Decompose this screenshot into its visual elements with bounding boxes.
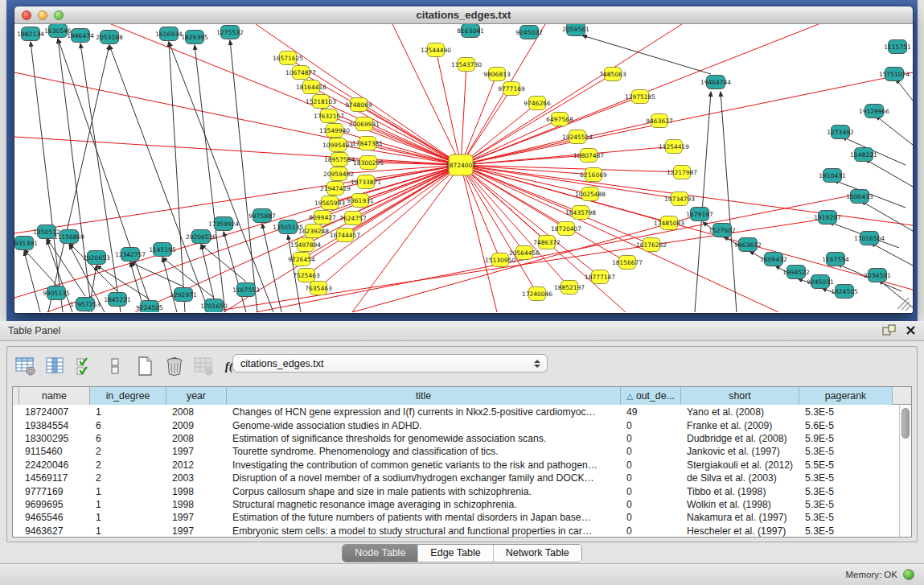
cell-year[interactable]: 2003 (166, 472, 227, 484)
paper-node-cited[interactable]: 9463627 (646, 114, 673, 128)
network-window-titlebar[interactable]: citations_edges.txt (14, 6, 913, 24)
cell-pagerank[interactable]: 5.9E-5 (799, 433, 893, 444)
paper-node-cited[interactable]: 18164416 (296, 80, 326, 94)
cell-out_de...[interactable]: 0 (621, 459, 681, 471)
cell-pagerank[interactable]: 5.3E-5 (799, 525, 893, 537)
paper-node[interactable]: 2020653 (83, 251, 110, 265)
cell-in_degree[interactable]: 6 (90, 420, 166, 431)
column-header-year[interactable]: year (166, 387, 227, 405)
paper-node[interactable]: 1115751 (884, 40, 911, 54)
cell-title[interactable]: Changes of HCN gene expression and I(f) … (227, 406, 621, 418)
cell-in_degree[interactable]: 1 (90, 406, 166, 418)
paper-node-cited[interactable]: 19734793 (664, 192, 695, 206)
cell-short[interactable]: Stergiakouli et al. (2012) (681, 459, 799, 471)
hub-paper-node[interactable]: 18724007 (446, 154, 476, 175)
cell-name[interactable]: 18724007 (19, 406, 90, 418)
paper-node-cited[interactable]: 10995493 (322, 138, 353, 152)
paper-node-cited[interactable]: 11543730 (451, 58, 482, 72)
cell-pagerank[interactable]: 5.3E-5 (799, 406, 893, 418)
new-table-icon[interactable] (133, 355, 157, 377)
cell-short[interactable]: Wolkin et al. (1998) (681, 499, 799, 510)
cell-in_degree[interactable]: 6 (90, 433, 166, 444)
cell-year[interactable]: 1997 (166, 525, 227, 537)
cell-out_de...[interactable]: 0 (621, 472, 681, 484)
cell-title[interactable]: Embryonic stem cells: a model to study s… (227, 525, 621, 537)
cell-short[interactable]: Yano et al. (2008) (681, 406, 799, 418)
paper-node-cited[interactable]: 12975185 (625, 90, 655, 104)
paper-node-cited[interactable]: 11254419 (659, 140, 689, 154)
paper-node-cited[interactable]: 7635463 (305, 282, 332, 295)
paper-node[interactable]: 19129966 (859, 105, 889, 118)
table-row[interactable]: 946554611997Estimation of the future num… (13, 511, 899, 524)
cell-title[interactable]: Disruption of a novel member of a sodium… (227, 472, 621, 484)
network-canvas[interactable]: 1982134163054619464742053168161693418293… (14, 24, 913, 312)
paper-node-cited[interactable]: 7486372 (533, 236, 561, 249)
paper-node[interactable]: 9245031 (807, 275, 834, 289)
table-row[interactable]: 969969511998Structural magnetic resonanc… (13, 498, 899, 511)
paper-node-cited[interactable]: 17240046 (522, 287, 552, 301)
cell-pagerank[interactable]: 5.3E-5 (799, 472, 893, 484)
cell-short[interactable]: Dudbridge et al. (2008) (681, 433, 799, 444)
cell-pagerank[interactable]: 5.3E-5 (799, 486, 893, 497)
cell-out_de...[interactable]: 0 (621, 525, 681, 537)
paper-node[interactable]: 1829395 (181, 31, 208, 44)
minimize-window-icon[interactable] (38, 10, 47, 20)
paper-node[interactable]: 2059561 (562, 24, 589, 36)
cell-name[interactable]: 9115460 (19, 446, 90, 457)
paper-node[interactable]: 1167554 (822, 253, 849, 266)
cell-year[interactable]: 2012 (166, 459, 227, 471)
paper-node-cited[interactable]: 18852197 (554, 281, 585, 295)
cell-out_de...[interactable]: 49 (621, 406, 681, 418)
cell-title[interactable]: Estimation of the future numbers of pati… (227, 512, 621, 523)
paper-node-cited[interactable]: 8099427 (309, 211, 336, 225)
paper-node[interactable]: 2053168 (96, 31, 123, 44)
table-row[interactable]: 946362711997Embryonic stem cells: a mode… (13, 525, 899, 538)
close-panel-icon[interactable] (906, 325, 916, 336)
column-header-pagerank[interactable]: pagerank (799, 387, 893, 405)
cell-year[interactable]: 1997 (166, 446, 227, 457)
cell-short[interactable]: Hescheler et al. (1997) (681, 525, 799, 537)
paper-node[interactable]: 9975887 (248, 209, 276, 223)
cell-in_degree[interactable]: 1 (90, 499, 166, 510)
paper-node-cited[interactable]: 9806813 (483, 68, 511, 81)
paper-node[interactable]: 1527602 (708, 224, 736, 237)
network-canvas-container[interactable]: 1982134163054619464742053168161693418293… (14, 24, 913, 312)
cell-year[interactable]: 1998 (166, 499, 227, 510)
paper-node-cited[interactable]: 16435798 (565, 206, 596, 220)
cell-year[interactable]: 1998 (166, 486, 227, 497)
tab-network-table[interactable]: Network Table (494, 545, 581, 562)
paper-node-cited[interactable]: 9361931 (347, 194, 374, 208)
table-row[interactable]: 977716911998Corpus callosum shape and si… (13, 484, 899, 497)
show-columns-icon[interactable] (43, 355, 68, 377)
paper-node-cited[interactable]: 17632157 (314, 109, 344, 123)
paper-node-cited[interactable]: 18156677 (612, 256, 643, 270)
cell-title[interactable]: Corpus callosum shape and size in male p… (227, 486, 621, 497)
table-select-dropdown[interactable]: citations_edges.txt (232, 354, 548, 373)
paper-node[interactable]: 17359924 (208, 217, 239, 231)
cell-name[interactable]: 9463627 (19, 525, 90, 537)
cell-short[interactable]: Nakamura et al. (1997) (681, 512, 799, 523)
cell-title[interactable]: Genome-wide association studies in ADHD. (227, 420, 621, 431)
paper-node-cited[interactable]: 9748069 (345, 98, 372, 112)
cell-out_de...[interactable]: 0 (621, 512, 681, 523)
row-options-icon[interactable] (103, 355, 127, 377)
paper-node[interactable]: 1616934 (155, 27, 183, 41)
cell-short[interactable]: Jankovic et al. (1997) (681, 446, 799, 457)
paper-node-cited[interactable]: 19733871 (351, 175, 381, 189)
paper-node-cited[interactable]: 9726454 (288, 253, 315, 266)
paper-node[interactable]: 9463612 (734, 238, 762, 252)
cell-name[interactable]: 9777169 (19, 486, 90, 497)
paper-node-cited[interactable]: 20959492 (323, 167, 354, 181)
paper-node-cited[interactable]: 18957584 (324, 153, 355, 167)
cell-short[interactable]: de Silva et al. (2003) (681, 472, 799, 484)
cell-name[interactable]: 14569117 (19, 472, 90, 484)
cell-pagerank[interactable]: 5.5E-5 (799, 459, 893, 471)
column-header-name[interactable]: name (19, 387, 90, 405)
cell-name[interactable]: 18300295 (19, 433, 90, 444)
paper-node-cited[interactable]: 9777169 (498, 82, 525, 96)
paper-node-cited[interactable]: 18777147 (585, 270, 615, 284)
paper-node[interactable]: 9224505 (136, 301, 163, 313)
paper-node-cited[interactable]: 10674877 (285, 66, 316, 80)
cell-title[interactable]: Structural magnetic resonance image aver… (227, 499, 621, 510)
paper-node[interactable]: 1273492 (827, 126, 854, 139)
